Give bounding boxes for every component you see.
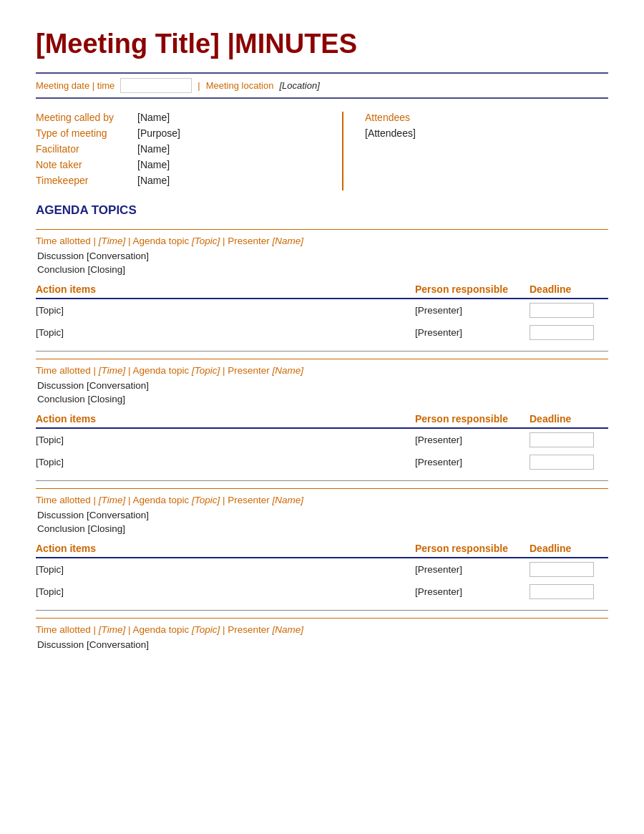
deadline-cell: [530, 558, 608, 581]
topic-cell: [Topic]: [36, 321, 415, 344]
info-value: [Name]: [137, 143, 170, 155]
info-value: [Purpose]: [137, 127, 180, 139]
deadline-cell: [530, 581, 608, 603]
topic-cell: [Topic]: [36, 558, 415, 581]
presenter-cell: [Presenter]: [415, 581, 530, 603]
topic-cell: [Topic]: [36, 451, 415, 473]
section-divider: [36, 610, 608, 611]
location-value: [Location]: [279, 80, 319, 91]
agenda-conclusion: Conclusion [Closing]: [36, 264, 608, 275]
date-label: Meeting date | time: [36, 80, 114, 91]
page-title: [Meeting Title] |MINUTES: [36, 29, 608, 59]
deadline-header: Deadline: [530, 410, 608, 428]
info-row: Facilitator[Name]: [36, 143, 321, 155]
presenter-cell: [Presenter]: [415, 321, 530, 344]
presenter-cell: [Presenter]: [415, 558, 530, 581]
agenda-block: Time allotted | [Time] | Agenda topic [T…: [36, 618, 608, 650]
info-label: Meeting called by: [36, 112, 129, 123]
action-table: Action items Person responsible Deadline…: [36, 410, 608, 473]
agenda-conclusion: Conclusion [Closing]: [36, 523, 608, 534]
deadline-input[interactable]: [530, 562, 594, 577]
deadline-cell: [530, 321, 608, 344]
agenda-time-row: Time allotted | [Time] | Agenda topic [T…: [36, 365, 608, 376]
agenda-block: Time allotted | [Time] | Agenda topic [T…: [36, 229, 608, 351]
person-header: Person responsible: [415, 281, 530, 299]
date-input[interactable]: [120, 78, 192, 93]
table-row: [Topic] [Presenter]: [36, 428, 608, 451]
info-row: Timekeeper[Name]: [36, 175, 321, 186]
info-value: [Name]: [137, 175, 170, 186]
agenda-time-row: Time allotted | [Time] | Agenda topic [T…: [36, 236, 608, 246]
presenter-cell: [Presenter]: [415, 451, 530, 473]
info-label: Facilitator: [36, 143, 129, 155]
action-items-header: Action items: [36, 281, 415, 299]
attendees-value-row: [Attendees]: [365, 127, 608, 139]
info-value: [Name]: [137, 112, 170, 123]
info-value: [Name]: [137, 159, 170, 170]
attendees-label-row: Attendees: [365, 112, 608, 123]
section-divider: [36, 480, 608, 481]
info-right: Attendees[Attendees]: [343, 112, 608, 190]
agenda-blocks: Time allotted | [Time] | Agenda topic [T…: [36, 229, 608, 650]
info-label: Timekeeper: [36, 175, 129, 186]
agenda-divider: [36, 488, 608, 489]
info-label: Note taker: [36, 159, 129, 170]
agenda-block: Time allotted | [Time] | Agenda topic [T…: [36, 359, 608, 481]
table-row: [Topic] [Presenter]: [36, 581, 608, 603]
location-label: Meeting location: [206, 80, 274, 91]
deadline-input[interactable]: [530, 325, 594, 340]
action-table-header: Action items Person responsible Deadline: [36, 540, 608, 558]
info-left: Meeting called by[Name]Type of meeting[P…: [36, 112, 343, 190]
action-table: Action items Person responsible Deadline…: [36, 281, 608, 344]
agenda-discussion: Discussion [Conversation]: [36, 251, 608, 261]
agenda-time-row: Time allotted | [Time] | Agenda topic [T…: [36, 495, 608, 505]
agenda-discussion: Discussion [Conversation]: [36, 510, 608, 520]
info-label: Type of meeting: [36, 127, 129, 139]
table-row: [Topic] [Presenter]: [36, 321, 608, 344]
person-header: Person responsible: [415, 410, 530, 428]
agenda-time-row: Time allotted | [Time] | Agenda topic [T…: [36, 624, 608, 635]
presenter-cell: [Presenter]: [415, 428, 530, 451]
attendees-label: Attendees: [365, 112, 458, 123]
action-table: Action items Person responsible Deadline…: [36, 540, 608, 603]
person-header: Person responsible: [415, 540, 530, 558]
action-table-header: Action items Person responsible Deadline: [36, 281, 608, 299]
deadline-cell: [530, 299, 608, 321]
agenda-section-title: AGENDA TOPICS: [36, 203, 608, 218]
table-row: [Topic] [Presenter]: [36, 558, 608, 581]
header-row: Meeting date | time | Meeting location […: [36, 72, 608, 99]
info-section: Meeting called by[Name]Type of meeting[P…: [36, 112, 608, 190]
table-row: [Topic] [Presenter]: [36, 451, 608, 473]
attendees-value: [Attendees]: [365, 127, 416, 139]
agenda-divider: [36, 229, 608, 230]
pipe-separator: |: [197, 80, 200, 91]
table-row: [Topic] [Presenter]: [36, 299, 608, 321]
deadline-header: Deadline: [530, 281, 608, 299]
agenda-conclusion: Conclusion [Closing]: [36, 394, 608, 404]
action-table-header: Action items Person responsible Deadline: [36, 410, 608, 428]
agenda-divider: [36, 359, 608, 359]
info-row: Type of meeting[Purpose]: [36, 127, 321, 139]
deadline-input[interactable]: [530, 584, 594, 599]
agenda-discussion: Discussion [Conversation]: [36, 639, 608, 650]
deadline-cell: [530, 451, 608, 473]
deadline-input[interactable]: [530, 455, 594, 470]
info-row: Note taker[Name]: [36, 159, 321, 170]
topic-cell: [Topic]: [36, 299, 415, 321]
action-items-header: Action items: [36, 540, 415, 558]
info-row: Meeting called by[Name]: [36, 112, 321, 123]
topic-cell: [Topic]: [36, 581, 415, 603]
deadline-input[interactable]: [530, 432, 594, 447]
presenter-cell: [Presenter]: [415, 299, 530, 321]
agenda-divider: [36, 618, 608, 619]
deadline-header: Deadline: [530, 540, 608, 558]
section-divider: [36, 351, 608, 351]
topic-cell: [Topic]: [36, 428, 415, 451]
agenda-block: Time allotted | [Time] | Agenda topic [T…: [36, 488, 608, 611]
action-items-header: Action items: [36, 410, 415, 428]
agenda-discussion: Discussion [Conversation]: [36, 380, 608, 391]
deadline-input[interactable]: [530, 303, 594, 318]
deadline-cell: [530, 428, 608, 451]
